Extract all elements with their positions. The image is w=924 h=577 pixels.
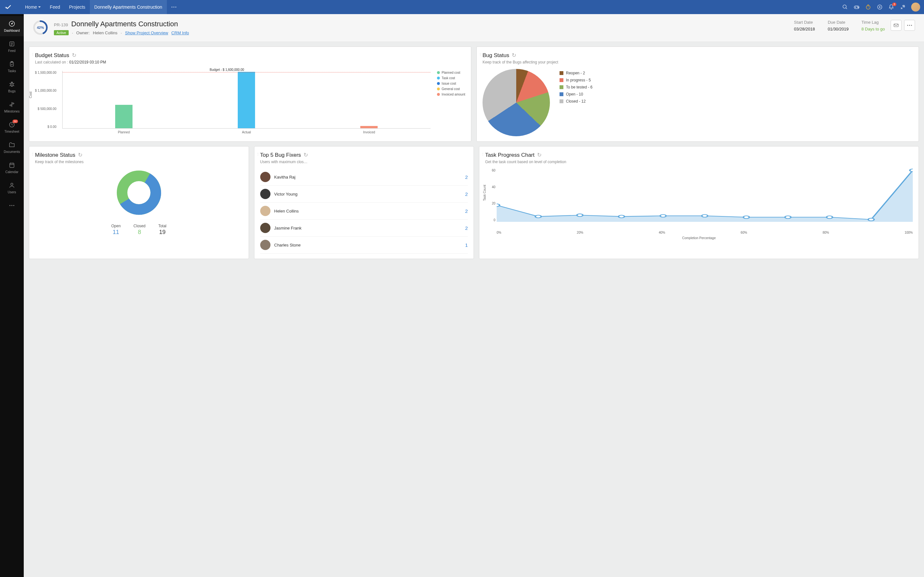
sidebar-item-timesheet[interactable]: 32Timesheet [0, 117, 24, 137]
bug-legend: Reopen - 2 In progress - 5 To be tested … [559, 71, 593, 103]
bell-icon[interactable]: 3 [885, 1, 897, 13]
refresh-icon[interactable]: ↻ [304, 152, 308, 158]
drag-handle-icon[interactable]: ⋮⋮ [31, 152, 37, 156]
fixer-row[interactable]: Charles Stone1 [260, 237, 468, 253]
svg-line-29 [13, 85, 14, 86]
svg-point-2 [175, 7, 176, 8]
card-title: Budget Status [35, 52, 69, 59]
stat-label: Closed [134, 224, 145, 228]
refresh-icon[interactable]: ↻ [512, 52, 516, 59]
nav-projects[interactable]: Projects [65, 0, 90, 14]
drag-handle-icon[interactable]: ⋮⋮ [481, 152, 488, 156]
mail-button[interactable] [891, 20, 901, 31]
budget-legend: Planned cost Task cost Issue cost Genera… [437, 71, 465, 129]
fixer-name: Jasmine Frank [274, 226, 461, 230]
sidebar-item-bugs[interactable]: Bugs [0, 77, 24, 97]
sidebar-item-documents[interactable]: Documents [0, 137, 24, 157]
drag-handle-icon[interactable]: ⋮⋮ [256, 152, 263, 156]
project-overview-link[interactable]: Show Project Overview [125, 31, 168, 35]
timer-icon[interactable] [863, 1, 874, 13]
sidebar-item-milestones[interactable]: Milestones [0, 97, 24, 117]
fixer-row[interactable]: Helen Collins2 [260, 203, 468, 219]
nav-feed[interactable]: Feed [45, 0, 65, 14]
notification-badge: 3 [892, 3, 897, 6]
sidebar-label: Milestones [4, 110, 19, 113]
x-axis-label: Completion Percentage [485, 236, 913, 240]
more-actions-button[interactable] [904, 20, 915, 31]
x-tick: 80% [822, 231, 829, 234]
refresh-icon[interactable]: ↻ [537, 152, 541, 158]
refresh-icon[interactable]: ↻ [72, 52, 76, 59]
fixer-avatar [260, 223, 270, 233]
y-axis-label: Cost [29, 92, 32, 98]
sidebar-item-tasks[interactable]: Tasks [0, 56, 24, 77]
y-tick: 60 [492, 169, 495, 172]
fixer-row[interactable]: Jasmine Frank2 [260, 219, 468, 237]
svg-line-27 [13, 83, 14, 84]
nav-current-project[interactable]: Donnelly Apartments Construction [90, 0, 167, 14]
x-tick: 40% [659, 231, 665, 234]
gamepad-icon[interactable] [851, 1, 863, 13]
timesheet-badge: 32 [13, 119, 18, 123]
fixer-name: Kavitha Raj [274, 175, 461, 179]
y-axis-label: Task Count [483, 185, 486, 201]
user-avatar[interactable] [911, 3, 920, 11]
svg-point-52 [660, 214, 666, 217]
bug-icon [8, 81, 16, 88]
tools-icon[interactable] [897, 1, 909, 13]
owner-name: Helen Collins [93, 31, 118, 35]
project-header: 42% PR-139 Donnelly Apartments Construct… [24, 14, 924, 42]
add-icon[interactable] [874, 1, 885, 13]
fixer-row[interactable]: Kavitha Raj2 [260, 169, 468, 185]
svg-point-44 [909, 25, 910, 26]
app-logo-icon[interactable] [4, 3, 13, 11]
start-date-value: 03/28/2018 [794, 27, 815, 31]
bar-actual: Actual [238, 72, 255, 128]
crm-info-link[interactable]: CRM Info [171, 31, 189, 35]
refresh-icon[interactable]: ↻ [78, 152, 82, 158]
stat-label: Open [111, 224, 121, 228]
sidebar-label: Feed [8, 49, 16, 53]
card-subtitle: Keep track of the milestones [35, 160, 243, 164]
fixer-row[interactable]: Victor Young2 [260, 185, 468, 203]
svg-point-51 [619, 215, 625, 218]
fixer-count: 2 [465, 226, 468, 231]
svg-rect-32 [10, 163, 14, 167]
sidebar-item-dashboard[interactable]: Dashboard [0, 16, 24, 36]
y-tick: 40 [492, 185, 495, 189]
card-title: Bug Status [483, 52, 509, 59]
sidebar-more-icon[interactable] [0, 198, 24, 213]
sidebar-label: Users [8, 190, 16, 194]
x-tick: 60% [741, 231, 747, 234]
nav-home[interactable]: Home [21, 0, 45, 14]
chevron-down-icon [38, 6, 41, 8]
svg-point-53 [702, 214, 708, 217]
card-subtitle: Users with maximum clos… [260, 160, 468, 164]
drag-handle-icon[interactable]: ⋮⋮ [31, 53, 37, 56]
nav-more-icon[interactable] [167, 0, 181, 14]
sidebar-label: Tasks [8, 69, 16, 73]
search-icon[interactable] [839, 1, 851, 13]
progress-pct: 42% [33, 20, 48, 35]
milestone-status-card: ⋮⋮ Milestone Status↻ Keep track of the m… [29, 146, 249, 259]
x-tick: 0% [497, 231, 501, 234]
signpost-icon [8, 101, 16, 108]
project-id: PR-139 [54, 23, 68, 27]
calc-prefix: Last calculated on : [35, 60, 69, 64]
fixer-name: Victor Young [274, 192, 461, 197]
sidebar-item-calendar[interactable]: Calendar [0, 157, 24, 177]
y-tick: $ 0.00 [47, 125, 57, 129]
task-progress-chart: Task Count 60 40 20 0 [485, 169, 913, 229]
drag-handle-icon[interactable]: ⋮⋮ [479, 53, 485, 56]
milestone-donut-chart [115, 169, 163, 217]
svg-point-43 [907, 25, 908, 26]
sidebar-item-feed[interactable]: Feed [0, 36, 24, 56]
clipboard-icon [8, 60, 16, 68]
card-title: Top 5 Bug Fixers [260, 152, 301, 158]
svg-line-26 [10, 83, 11, 84]
status-badge: Active [54, 30, 69, 35]
sidebar-label: Bugs [8, 89, 16, 93]
x-tick: 20% [577, 231, 583, 234]
svg-point-45 [911, 25, 912, 26]
sidebar-item-users[interactable]: Users [0, 177, 24, 198]
